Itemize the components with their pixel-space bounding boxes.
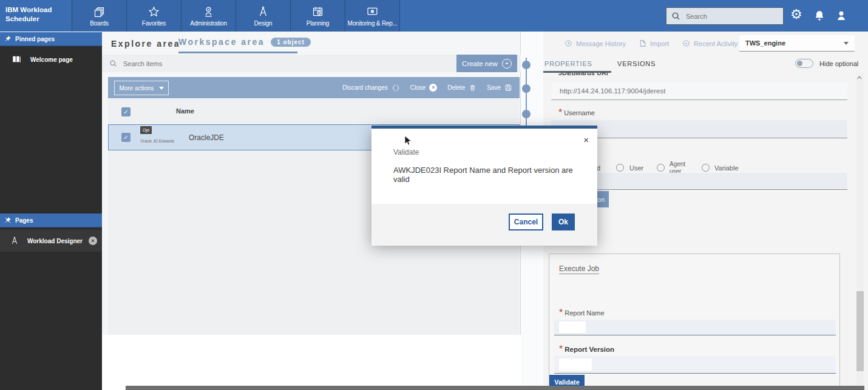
close-object-button[interactable]: Close × [410, 84, 438, 92]
tab-workspace-area[interactable]: Workspace area 1 object [178, 37, 311, 47]
nav-tab-design[interactable]: Design [236, 0, 290, 32]
boards-icon [93, 5, 106, 18]
report-name-label-row: * Report Name [559, 308, 605, 318]
trash-icon [469, 84, 476, 92]
jdedwards-uri-field [551, 82, 847, 100]
ok-button[interactable]: Ok [552, 213, 575, 230]
pin-icon [4, 35, 12, 42]
table-header-row: ✓ Name [108, 99, 520, 124]
object-type-badge: Ojd [140, 126, 152, 134]
engine-selector-dropdown[interactable]: TWS_engine [739, 35, 855, 52]
history-clock-icon [565, 39, 572, 47]
tab-versions[interactable]: VERSIONS [617, 60, 656, 67]
create-new-button[interactable]: Create new + [456, 55, 517, 72]
delete-button[interactable]: Delete [447, 84, 476, 92]
cancel-button-label: Cancel [514, 218, 538, 226]
save-button[interactable]: Save [487, 84, 512, 92]
more-actions-label: More actions [119, 85, 154, 92]
message-history-link[interactable]: Message History [565, 39, 626, 47]
partial-action-label: on [597, 196, 605, 203]
object-name: OracleJDE [189, 133, 224, 142]
app-title: IBM Workload Scheduler [5, 5, 69, 24]
recent-activity-icon [682, 39, 690, 47]
nav-tab-favorites[interactable]: Favorites [126, 0, 181, 32]
radio-agent-user[interactable] [657, 164, 665, 172]
selection-toolbar: More actions Discard changes Close × [108, 77, 520, 98]
pin-icon [4, 217, 12, 224]
radio-user[interactable] [616, 164, 624, 172]
hide-optional-toggle[interactable] [795, 59, 813, 68]
validate-button-label: Validate [554, 378, 580, 386]
compass-icon [10, 236, 19, 246]
panel-scrollbar[interactable] [856, 73, 864, 390]
nav-tab-label: Boards [90, 20, 109, 27]
report-version-label-row: * Report Version [559, 344, 614, 355]
report-name-label: Report Name [565, 309, 604, 317]
report-version-input[interactable] [554, 356, 836, 374]
report-version-label: Report Version [565, 346, 614, 353]
close-page-icon[interactable]: × [89, 237, 97, 245]
pages-section: Workload Designer × [0, 227, 102, 390]
app-window: IBM Workload Scheduler Boards Favorites [0, 0, 868, 390]
jdedwards-uri-input[interactable] [558, 87, 840, 95]
row-checkbox[interactable]: ✓ [121, 133, 131, 142]
global-search-box [666, 7, 784, 25]
step-dot-icon[interactable] [522, 110, 531, 118]
import-label: Import [650, 40, 669, 47]
chevron-up-icon[interactable] [856, 75, 864, 80]
name-column-header: Name [176, 107, 194, 115]
pinned-pages-header: Pinned pages [0, 32, 102, 46]
top-navigation-bar: IBM Workload Scheduler Boards Favorites [0, 0, 868, 32]
toggle-knob [797, 61, 802, 66]
import-link[interactable]: Import [639, 39, 669, 47]
notifications-bell-icon[interactable] [813, 8, 826, 23]
delete-label: Delete [447, 84, 465, 91]
toolbar-actions: Discard changes Close × Delete [342, 77, 512, 98]
import-document-icon [639, 39, 646, 47]
nav-tab-boards[interactable]: Boards [72, 0, 126, 32]
design-compass-icon [257, 5, 270, 18]
sidebar-item-label: Welcome page [30, 56, 73, 63]
horizontal-scrollbar[interactable] [126, 386, 864, 390]
select-all-checkbox[interactable]: ✓ [121, 107, 131, 116]
plus-icon: + [502, 59, 512, 69]
recent-activity-link[interactable]: Recent Activity [682, 39, 737, 47]
administration-icon [202, 5, 215, 18]
tab-properties[interactable]: PROPERTIES [544, 60, 592, 67]
pinned-pages-label: Pinned pages [15, 36, 55, 42]
global-search-input[interactable] [685, 12, 778, 21]
active-tab-underline [178, 52, 297, 53]
empty-area [102, 335, 521, 390]
dialog-message: AWKJDE023I Report Name and Report versio… [393, 166, 588, 184]
report-name-input[interactable] [554, 320, 836, 335]
nav-tab-planning[interactable]: Planning [290, 0, 345, 32]
dialog-close-icon[interactable]: × [583, 135, 589, 145]
settings-gear-icon[interactable]: ⚙ [790, 8, 802, 21]
engine-selector-value: TWS_engine [745, 39, 785, 47]
scrollbar-thumb[interactable] [856, 291, 864, 371]
cancel-button[interactable]: Cancel [509, 213, 543, 230]
refresh-icon [392, 84, 400, 92]
book-icon [11, 55, 21, 65]
close-label: Close [410, 84, 426, 91]
radio-variable[interactable] [702, 164, 710, 172]
sidebar-item-workload-designer[interactable]: Workload Designer × [0, 230, 102, 252]
items-search-input[interactable] [122, 59, 307, 68]
nav-tab-label: Administration [190, 20, 227, 27]
execute-job-link[interactable]: Execute Job [559, 264, 599, 274]
discard-changes-label: Discard changes [342, 84, 387, 91]
planning-calendar-icon [311, 5, 324, 18]
redacted-value [559, 321, 586, 333]
nav-tab-monitoring[interactable]: Monitoring & Rep... [345, 0, 400, 32]
user-account-icon[interactable] [835, 8, 848, 23]
step-dot-icon[interactable] [522, 84, 531, 93]
tab-explore-area[interactable]: Explore area [111, 39, 180, 49]
discard-changes-button[interactable]: Discard changes [342, 84, 399, 92]
sidebar-item-welcome-page[interactable]: Welcome page [0, 46, 102, 65]
search-icon [109, 59, 117, 67]
nav-tab-administration[interactable]: Administration [181, 0, 236, 32]
more-actions-button[interactable]: More actions [114, 81, 169, 95]
step-dot-icon[interactable] [522, 61, 531, 69]
nav-tabs: Boards Favorites Administration [72, 0, 400, 32]
search-icon [671, 12, 680, 21]
